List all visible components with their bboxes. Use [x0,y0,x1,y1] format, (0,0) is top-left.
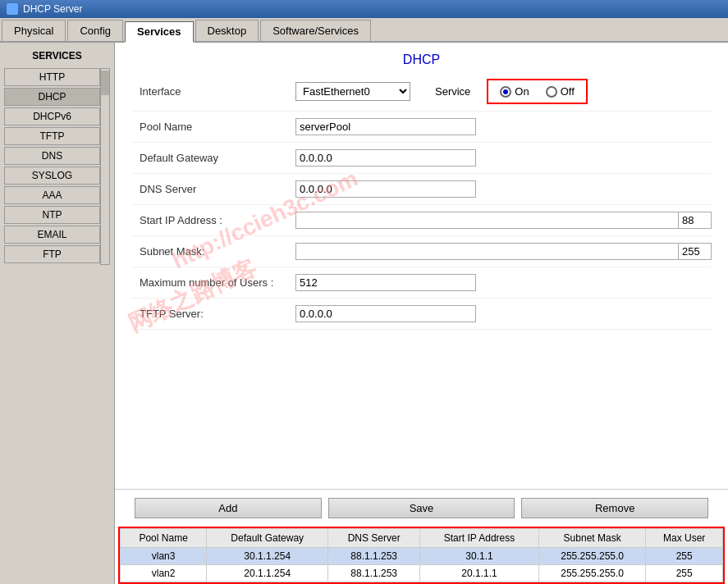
sidebar-item-http[interactable]: HTTP [4,68,100,86]
start-ip-label: Start IP Address : [131,214,295,226]
subnet-mask-label: Subnet Mask: [131,245,295,258]
scroll-thumb [101,71,109,95]
cell-max-user: 255 [646,565,723,582]
buttons-row: Add Save Remove [115,489,728,527]
interface-service-row: Interface FastEthernet0 Service On Off [131,72,712,112]
sidebar-item-syslog[interactable]: SYSLOG [4,167,100,185]
sidebar-item-dhcpv6[interactable]: DHCPv6 [4,107,100,125]
default-gateway-label: Default Gateway [131,152,295,164]
service-off-option[interactable]: Off [546,85,575,98]
default-gateway-row: Default Gateway [131,143,712,174]
service-on-label: On [515,85,529,98]
sidebar-scroll: HTTP DHCP DHCPv6 TFTP DNS SYSLOG AAA NTP… [4,68,110,265]
title-text: DHCP Server [23,3,82,15]
cell-max-user: 255 [646,548,723,565]
start-ip-row: Start IP Address : 88 [131,205,712,236]
app-icon [7,3,18,15]
service-radio-group: On Off [487,79,587,104]
max-users-label: Maximum number of Users : [131,276,295,289]
sidebar-item-dns[interactable]: DNS [4,147,100,165]
remove-button[interactable]: Remove [521,498,708,518]
sidebar: SERVICES HTTP DHCP DHCPv6 TFTP DNS SYSLO… [0,43,115,584]
service-label: Service [435,85,470,98]
cell-start-ip: 30.1.1 [420,548,539,565]
interface-label: Interface [131,85,295,98]
interface-value: FastEthernet0 Service On Off [295,79,712,104]
sidebar-item-email[interactable]: EMAIL [4,226,100,244]
tab-software-services[interactable]: Software/Services [260,20,371,41]
col-start-ip: Start IP Address [420,529,539,548]
save-button[interactable]: Save [328,498,515,518]
tftp-server-row: TFTP Server: [131,299,712,330]
sidebar-item-ftp[interactable]: FTP [4,245,100,263]
cell-default-gateway: 30.1.1.254 [207,548,328,565]
tftp-server-input[interactable] [295,305,476,322]
cell-subnet-mask: 255.255.255.0 [538,565,646,582]
cell-pool-name: vlan3 [121,548,207,565]
add-button[interactable]: Add [135,498,322,518]
tab-bar: Physical Config Services Desktop Softwar… [0,18,728,43]
table-row[interactable]: vlan3 30.1.1.254 88.1.1.253 30.1.1 255.2… [121,548,723,565]
pool-name-label: Pool Name [131,121,295,133]
interface-select[interactable]: FastEthernet0 [295,82,410,101]
dns-server-value [295,180,712,198]
table-header-row: Pool Name Default Gateway DNS Server Sta… [121,529,723,548]
dhcp-title: DHCP [115,43,728,72]
cell-subnet-mask: 255.255.255.0 [538,548,646,565]
col-dns-server: DNS Server [328,529,420,548]
col-max-user: Max User [646,529,723,548]
tab-desktop[interactable]: Desktop [195,20,259,41]
form-area: Interface FastEthernet0 Service On Off [115,72,728,489]
tftp-server-value [295,305,712,322]
max-users-input[interactable] [295,274,476,291]
pool-name-row: Pool Name [131,112,712,143]
pool-name-input[interactable] [295,118,476,135]
dns-server-row: DNS Server [131,174,712,205]
title-bar: DHCP Server [0,0,728,18]
sidebar-list: HTTP DHCP DHCPv6 TFTP DNS SYSLOG AAA NTP… [4,68,100,265]
radio-off-dot [546,86,557,98]
dhcp-table-container: Pool Name Default Gateway DNS Server Sta… [118,527,725,584]
start-ip-input[interactable] [295,212,679,229]
sidebar-item-ntp[interactable]: NTP [4,206,100,224]
sidebar-item-dhcp[interactable]: DHCP [4,88,100,106]
subnet-mask-input[interactable] [295,243,679,260]
default-gateway-value [295,149,712,167]
tftp-server-label: TFTP Server: [131,308,295,320]
service-on-option[interactable]: On [500,85,529,98]
col-subnet-mask: Subnet Mask [538,529,646,548]
radio-on-dot [500,86,511,98]
col-default-gateway: Default Gateway [207,529,328,548]
subnet-mask-value: 255 [295,243,712,260]
max-users-row: Maximum number of Users : [131,267,712,299]
table-row[interactable]: vlan2 20.1.1.254 88.1.1.253 20.1.1.1 255… [121,565,723,582]
sidebar-item-tftp[interactable]: TFTP [4,127,100,145]
sidebar-item-aaa[interactable]: AAA [4,186,100,204]
cell-default-gateway: 20.1.1.254 [207,565,328,582]
sidebar-scrollbar[interactable] [100,68,110,265]
sidebar-title: SERVICES [4,47,110,65]
tab-services[interactable]: Services [125,21,194,43]
cell-pool-name: vlan2 [121,565,207,582]
main-container: SERVICES HTTP DHCP DHCPv6 TFTP DNS SYSLO… [0,43,728,584]
dns-server-label: DNS Server [131,183,295,195]
start-ip-partial: 88 [679,212,712,229]
tab-physical[interactable]: Physical [2,20,66,41]
service-off-label: Off [561,85,575,98]
default-gateway-input[interactable] [295,149,476,167]
subnet-mask-partial: 255 [679,243,712,260]
tab-config[interactable]: Config [67,20,123,41]
content-area: DHCP Interface FastEthernet0 Service On [115,43,728,584]
cell-dns-server: 88.1.1.253 [328,548,420,565]
cell-dns-server: 88.1.1.253 [328,565,420,582]
max-users-value [295,274,712,291]
cell-start-ip: 20.1.1.1 [420,565,539,582]
subnet-mask-row: Subnet Mask: 255 [131,236,712,267]
dhcp-table: Pool Name Default Gateway DNS Server Sta… [120,528,723,582]
pool-name-value [295,118,712,135]
dns-server-input[interactable] [295,180,476,198]
col-pool-name: Pool Name [121,529,207,548]
start-ip-value: 88 [295,212,712,229]
